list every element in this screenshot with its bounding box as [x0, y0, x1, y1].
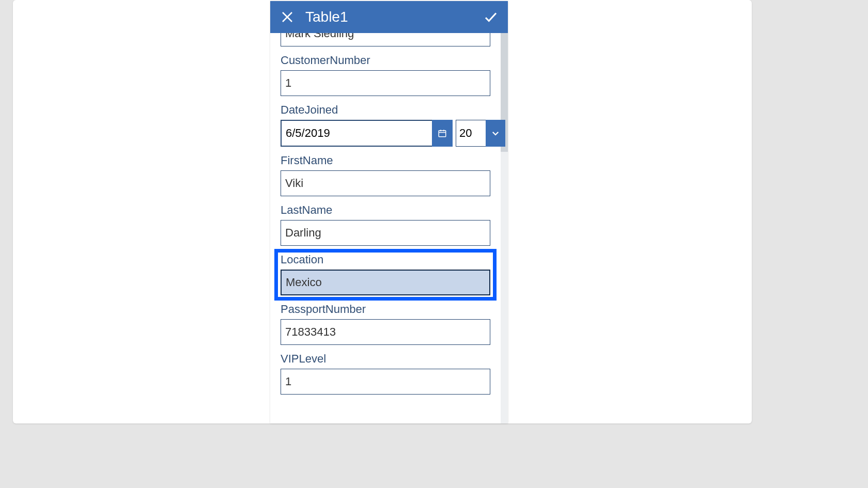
page-title: Table1	[305, 9, 348, 25]
calendar-icon	[438, 129, 447, 138]
field-last-name: LastName	[281, 203, 490, 246]
label-first-name: FirstName	[281, 154, 490, 167]
field-customer-number: CustomerNumber	[281, 54, 490, 96]
field-date-joined: DateJoined 20	[281, 103, 490, 147]
check-icon	[483, 9, 499, 25]
field-vip-level: VIPLevel	[281, 352, 490, 395]
titlebar: Table1	[270, 1, 508, 33]
label-vip-level: VIPLevel	[281, 352, 490, 366]
last-name-input[interactable]	[281, 220, 490, 246]
svg-rect-2	[439, 131, 446, 137]
calendar-button[interactable]	[432, 120, 453, 147]
label-passport-number: PassportNumber	[281, 303, 490, 316]
field-passport-number: PassportNumber	[281, 303, 490, 345]
vip-level-input[interactable]	[281, 369, 490, 395]
date-input-wrap	[281, 120, 453, 147]
passport-number-input[interactable]	[281, 319, 490, 345]
close-icon	[281, 11, 293, 23]
first-name-input[interactable]	[281, 170, 490, 196]
hour-dropdown-button[interactable]	[486, 120, 505, 147]
date-input[interactable]	[281, 120, 432, 147]
date-row: 20 : 00	[281, 120, 490, 147]
confirm-button[interactable]	[483, 9, 499, 25]
hour-select[interactable]: 20	[456, 120, 505, 147]
hour-value: 20	[456, 120, 486, 147]
form: CustomerNumber DateJoined	[270, 33, 501, 405]
app-window: Table1 CustomerNumber	[270, 1, 508, 423]
close-button[interactable]	[280, 9, 295, 25]
customer-number-input[interactable]	[281, 70, 490, 96]
canvas-background: Table1 CustomerNumber	[13, 0, 752, 423]
field-name-partial	[281, 33, 490, 46]
field-location: Location	[281, 253, 490, 295]
label-location: Location	[281, 253, 490, 266]
form-scroll-area: CustomerNumber DateJoined	[270, 33, 508, 423]
titlebar-left: Table1	[280, 9, 348, 25]
label-last-name: LastName	[281, 203, 490, 217]
label-customer-number: CustomerNumber	[281, 54, 490, 67]
name-input[interactable]	[281, 33, 490, 46]
field-first-name: FirstName	[281, 154, 490, 196]
chevron-down-icon	[491, 129, 500, 138]
location-input[interactable]	[281, 270, 490, 295]
label-date-joined: DateJoined	[281, 103, 490, 117]
